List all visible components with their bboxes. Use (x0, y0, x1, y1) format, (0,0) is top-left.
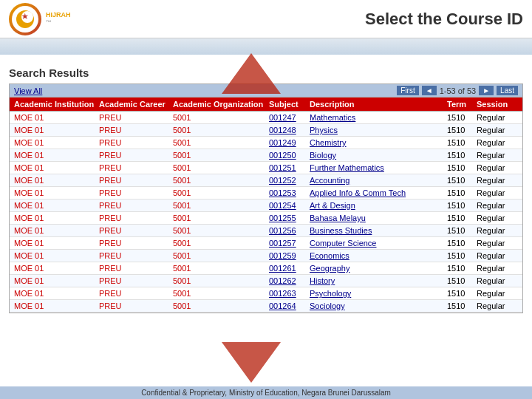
cell-term: 1510 (446, 301, 475, 311)
cell-subject[interactable]: 001262 (267, 276, 308, 286)
cell-subject[interactable]: 001253 (267, 188, 308, 198)
brand-text: HIJRAH ™ (46, 11, 71, 26)
cell-session: Regular (475, 276, 519, 286)
cell-institution: MOE 01 (13, 175, 98, 185)
th-institution: Academic Institution (13, 99, 98, 109)
cell-institution: MOE 01 (13, 125, 98, 135)
cell-subject[interactable]: 001263 (267, 288, 308, 299)
cell-org: 5001 (171, 150, 267, 160)
view-all-button[interactable]: View All (14, 86, 42, 95)
cell-description[interactable]: Geography (308, 263, 446, 273)
cell-description[interactable]: Business Studies (308, 225, 446, 236)
cell-subject[interactable]: 001255 (267, 213, 308, 223)
cell-session: Regular (475, 301, 519, 311)
table-row[interactable]: MOE 01 PREU 5001 001254 Art & Design 151… (10, 200, 522, 212)
cell-org: 5001 (171, 137, 267, 148)
cell-session: Regular (475, 112, 519, 123)
cell-subject[interactable]: 001264 (267, 301, 308, 311)
cell-subject[interactable]: 001250 (267, 150, 308, 160)
cell-org: 5001 (171, 225, 267, 236)
cell-org: 5001 (171, 200, 267, 211)
cell-description[interactable]: Chemistry (308, 137, 446, 148)
cell-description[interactable]: Bahasa Melayu (308, 213, 446, 223)
cell-career: PREU (98, 112, 171, 123)
cell-career: PREU (98, 301, 171, 311)
table-row[interactable]: MOE 01 PREU 5001 001248 Physics 1510 Reg… (10, 124, 522, 137)
cell-subject[interactable]: 001249 (267, 137, 308, 148)
cell-subject[interactable]: 001251 (267, 163, 308, 173)
cell-subject[interactable]: 001256 (267, 225, 308, 236)
cell-session: Regular (475, 238, 519, 248)
th-session: Session (475, 99, 519, 109)
footer: Confidential & Proprietary, Ministry of … (0, 386, 532, 399)
prev-page-button[interactable]: ◄ (422, 86, 437, 95)
table-row[interactable]: MOE 01 PREU 5001 001255 Bahasa Melayu 15… (10, 212, 522, 225)
table-row[interactable]: MOE 01 PREU 5001 001259 Economics 1510 R… (10, 250, 522, 262)
cell-description[interactable]: Accounting (308, 175, 446, 185)
cell-org: 5001 (171, 301, 267, 311)
last-page-button[interactable]: Last (497, 86, 518, 95)
cell-institution: MOE 01 (13, 263, 98, 273)
cell-description[interactable]: Sociology (308, 301, 446, 311)
table-row[interactable]: MOE 01 PREU 5001 001251 Further Mathemat… (10, 162, 522, 174)
cell-career: PREU (98, 288, 171, 299)
cell-career: PREU (98, 238, 171, 248)
cell-subject[interactable]: 001259 (267, 250, 308, 261)
table-row[interactable]: MOE 01 PREU 5001 001264 Sociology 1510 R… (10, 300, 522, 313)
table-row[interactable]: MOE 01 PREU 5001 001250 Biology 1510 Reg… (10, 149, 522, 162)
next-page-button[interactable]: ► (479, 86, 494, 95)
cell-institution: MOE 01 (13, 301, 98, 311)
footer-text: Confidential & Proprietary, Ministry of … (141, 389, 391, 397)
cell-career: PREU (98, 125, 171, 135)
cell-org: 5001 (171, 250, 267, 261)
th-organization: Academic Organization (171, 99, 267, 109)
cell-session: Regular (475, 125, 519, 135)
table-row[interactable]: MOE 01 PREU 5001 001257 Computer Science… (10, 237, 522, 250)
cell-org: 5001 (171, 112, 267, 123)
cell-description[interactable]: Psychology (308, 288, 446, 299)
table-row[interactable]: MOE 01 PREU 5001 001261 Geography 1510 R… (10, 262, 522, 275)
table-row[interactable]: MOE 01 PREU 5001 001262 History 1510 Reg… (10, 275, 522, 287)
cell-description[interactable]: Physics (308, 125, 446, 135)
cell-subject[interactable]: 001252 (267, 175, 308, 185)
cell-career: PREU (98, 188, 171, 198)
cell-subject[interactable]: 001248 (267, 125, 308, 135)
cell-career: PREU (98, 263, 171, 273)
cell-description[interactable]: Computer Science (308, 238, 446, 248)
table-row[interactable]: MOE 01 PREU 5001 001253 Applied Info & C… (10, 187, 522, 200)
page-info: 1-53 of 53 (440, 86, 477, 95)
first-page-button[interactable]: First (397, 86, 418, 95)
results-table: View All First ◄ 1-53 of 53 ► Last Acade… (9, 83, 523, 313)
cell-term: 1510 (446, 175, 475, 185)
cell-subject[interactable]: 001254 (267, 200, 308, 211)
cell-description[interactable]: Art & Design (308, 200, 446, 211)
table-row[interactable]: MOE 01 PREU 5001 001249 Chemistry 1510 R… (10, 137, 522, 149)
cell-description[interactable]: Further Mathematics (308, 163, 446, 173)
cell-description[interactable]: Applied Info & Comm Tech (308, 188, 446, 198)
cell-career: PREU (98, 213, 171, 223)
nav-bar (0, 38, 532, 55)
cell-subject[interactable]: 001257 (267, 238, 308, 248)
cell-session: Regular (475, 200, 519, 211)
cell-career: PREU (98, 276, 171, 286)
cell-description[interactable]: Biology (308, 150, 446, 160)
cell-subject[interactable]: 001261 (267, 263, 308, 273)
cell-institution: MOE 01 (13, 276, 98, 286)
cell-org: 5001 (171, 238, 267, 248)
cell-description[interactable]: History (308, 276, 446, 286)
table-row[interactable]: MOE 01 PREU 5001 001247 Mathematics 1510… (10, 112, 522, 124)
cell-session: Regular (475, 175, 519, 185)
table-row[interactable]: MOE 01 PREU 5001 001252 Accounting 1510 … (10, 174, 522, 187)
cell-subject[interactable]: 001247 (267, 112, 308, 123)
svg-point-1 (21, 11, 33, 23)
cell-description[interactable]: Mathematics (308, 112, 446, 123)
cell-description[interactable]: Economics (308, 250, 446, 261)
cell-career: PREU (98, 175, 171, 185)
cell-term: 1510 (446, 112, 475, 123)
table-row[interactable]: MOE 01 PREU 5001 001256 Business Studies… (10, 225, 522, 237)
table-row[interactable]: MOE 01 PREU 5001 001263 Psychology 1510 … (10, 287, 522, 300)
cell-institution: MOE 01 (13, 225, 98, 236)
cell-term: 1510 (446, 125, 475, 135)
cell-term: 1510 (446, 188, 475, 198)
cell-institution: MOE 01 (13, 163, 98, 173)
